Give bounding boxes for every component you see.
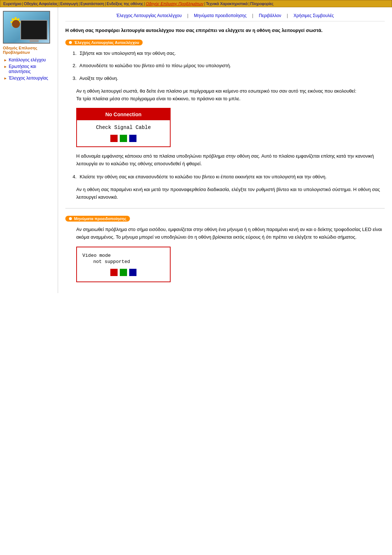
video-mode-line2: not supported xyxy=(82,259,164,264)
video-red-square xyxy=(110,269,118,276)
badge-warnings: Μηνύματα προειδοποίησης xyxy=(65,216,130,222)
nav-troubleshoot[interactable]: Οδηγός Επίλυσης Προβλημάτων xyxy=(146,1,204,6)
section-nav-selftest[interactable]: Έλεγχος Λειτουργίας Αυτοελέγχου xyxy=(113,13,184,18)
arrow-icon-3: ► xyxy=(4,76,7,80)
blue-square xyxy=(129,135,136,142)
video-box-color-squares xyxy=(82,269,164,276)
badge-selftest: Έλεγχος Λειτουργίας Αυτοελέγχου xyxy=(65,40,143,45)
after-step4-text: Αν η οθόνη σας παραμένει κενή και μετά τ… xyxy=(76,186,385,201)
sidebar-item-checklist[interactable]: ► Κατάλογος ελέγχου xyxy=(3,57,55,62)
page-title: Η οθόνη σας προσφέρει λειτουργία αυτοελέ… xyxy=(65,27,385,34)
video-green-square xyxy=(120,269,127,276)
nav-install[interactable]: Εγκατάσταση xyxy=(81,1,104,6)
video-blue-square xyxy=(129,269,136,276)
signal-box-color-squares xyxy=(81,135,166,142)
signal-box-header: No Connection xyxy=(77,109,170,120)
nav-sep-2: | xyxy=(58,1,60,6)
red-square xyxy=(110,135,118,142)
warning-text: Αν σημειωθεί πρόβλημα στο σήμα εισόδου, … xyxy=(76,226,385,241)
arrow-icon-1: ► xyxy=(4,58,7,62)
green-square xyxy=(120,135,127,142)
section-nav-tips[interactable]: Χρήσιμες Συμβουλές xyxy=(291,13,337,18)
signal-box-check-text: Check Signal Cable xyxy=(81,125,166,130)
arrow-icon-2: ► xyxy=(4,65,7,69)
step-3: 3. Ανοίξτε την οθόνη. xyxy=(65,75,385,82)
section-sep-2: | xyxy=(251,13,256,18)
step-2: 2. Αποσυνδέστε το καλώδιο του βίντεο από… xyxy=(65,62,385,70)
main-content: Έλεγχος Λειτουργίας Αυτοελέγχου | Μηνύμα… xyxy=(58,7,392,293)
section-sep-3: | xyxy=(286,13,291,18)
step-1: 1. Σβήστε και τον υπολογιστή και την οθό… xyxy=(65,50,385,57)
nav-intro[interactable]: Εισαγωγή xyxy=(60,1,78,6)
step-4: 4. Κλείστε την οθόνη σας και επανασυνδέσ… xyxy=(65,173,385,181)
section-sep-1: | xyxy=(186,13,191,18)
nav-sep-1: | xyxy=(22,1,23,6)
sidebar-logo xyxy=(3,11,50,44)
section-nav-warnings[interactable]: Μηνύματα προειδοποίησης xyxy=(191,13,249,18)
section-divider xyxy=(65,208,385,208)
video-mode-line1: Video mode xyxy=(82,253,164,258)
nav-sep-5: | xyxy=(144,1,145,6)
nav-sep-6: | xyxy=(204,1,205,6)
nav-sep-7: | xyxy=(248,1,249,6)
section-nav: Έλεγχος Λειτουργίας Αυτοελέγχου | Μηνύμα… xyxy=(65,13,385,21)
nav-sep-3: | xyxy=(79,1,80,6)
signal-box: No Connection Check Signal Cable xyxy=(76,108,171,147)
nav-index[interactable]: Ευρετήριο xyxy=(3,1,21,6)
nav-safety[interactable]: Οδηγίες Ασφαλείας xyxy=(24,1,58,6)
after-steps-text: Αν η οθόνη λειτουργεί σωστά, θα δείτε έν… xyxy=(76,88,385,103)
main-layout: Οδηγός Επίλυσης Προβλημάτων ► Κατάλογος … xyxy=(0,7,392,293)
nav-info[interactable]: Πληροφορίες xyxy=(250,1,273,6)
nav-sep-4: | xyxy=(105,1,106,6)
top-navigation: Ευρετήριο | Οδηγίες Ασφαλείας | Εισαγωγή… xyxy=(0,0,392,7)
video-mode-box: Video mode not supported xyxy=(76,247,171,282)
section-nav-environment[interactable]: Περιβάλλον xyxy=(256,13,284,18)
sidebar-item-check[interactable]: ► Έλεγχος λειτουργίας xyxy=(3,76,55,81)
sidebar-title: Οδηγός Επίλυσης Προβλημάτων xyxy=(3,46,55,54)
sidebar-item-qa[interactable]: ► Ερωτήσεις και απαντήσεις xyxy=(3,64,55,74)
nav-specs[interactable]: Τεχνικά Χαρακτηριστικά xyxy=(206,1,248,6)
after-box-text: Η αδυναμία εμφάνισης κάποιου από τα πλαί… xyxy=(76,153,385,168)
sidebar: Οδηγός Επίλυσης Προβλημάτων ► Κατάλογος … xyxy=(0,7,58,293)
badge-dot-1 xyxy=(69,41,72,44)
nav-indicators[interactable]: Ενδείξεις της οθόνης xyxy=(107,1,143,6)
sidebar-nav-list: ► Κατάλογος ελέγχου ► Ερωτήσεις και απαν… xyxy=(3,57,55,81)
badge-dot-2 xyxy=(69,217,72,220)
signal-box-body: Check Signal Cable xyxy=(77,120,170,146)
video-box-inner: Video mode not supported xyxy=(82,253,164,276)
video-box-body: Video mode not supported xyxy=(77,247,170,281)
